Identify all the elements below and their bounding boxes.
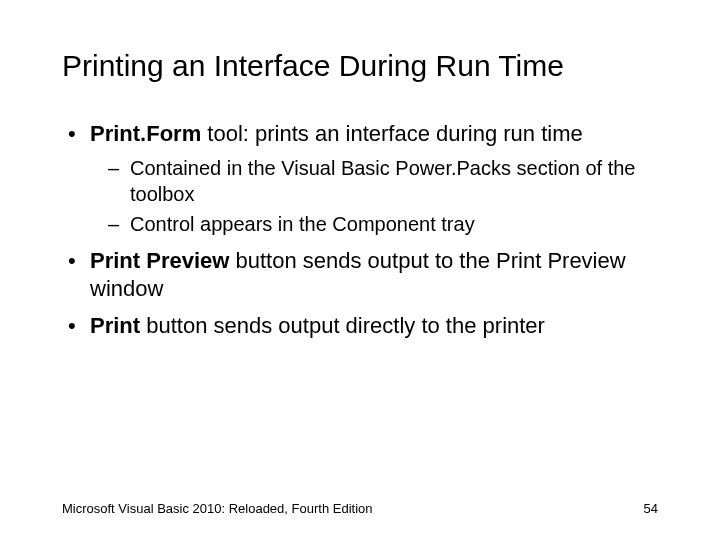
bullet-3: Print button sends output directly to th…: [62, 312, 658, 341]
slide-title: Printing an Interface During Run Time: [62, 48, 658, 84]
footer-book-title: Microsoft Visual Basic 2010: Reloaded, F…: [62, 501, 372, 516]
bullet-2-term: Print Preview: [90, 248, 229, 273]
footer: Microsoft Visual Basic 2010: Reloaded, F…: [62, 501, 658, 516]
slide: Printing an Interface During Run Time Pr…: [0, 0, 720, 540]
bullet-2: Print Preview button sends output to the…: [62, 247, 658, 304]
bullet-3-text: button sends output directly to the prin…: [140, 313, 545, 338]
bullet-1-text: tool: prints an interface during run tim…: [201, 121, 583, 146]
bullet-1-term: Print.Form: [90, 121, 201, 146]
bullet-1-sub-1: Contained in the Visual Basic Power.Pack…: [108, 155, 658, 207]
bullet-3-term: Print: [90, 313, 140, 338]
page-number: 54: [644, 501, 658, 516]
bullet-1: Print.Form tool: prints an interface dur…: [62, 120, 658, 237]
bullet-list: Print.Form tool: prints an interface dur…: [62, 120, 658, 340]
bullet-1-sublist: Contained in the Visual Basic Power.Pack…: [90, 155, 658, 237]
bullet-1-sub-2: Control appears in the Component tray: [108, 211, 658, 237]
